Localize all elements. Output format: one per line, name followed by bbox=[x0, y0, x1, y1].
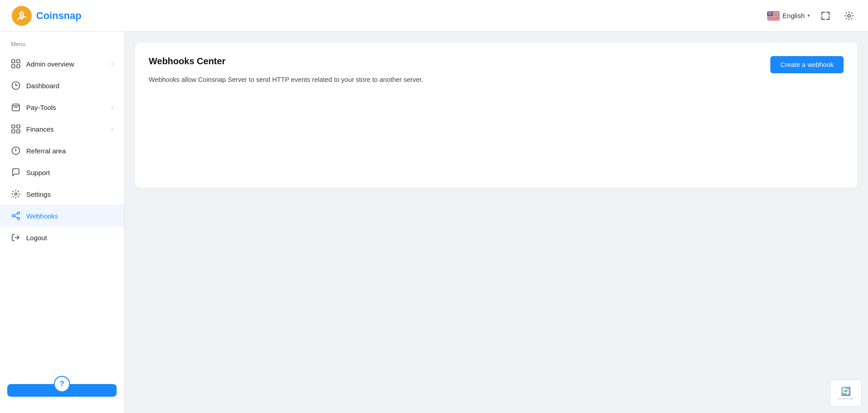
sidebar-item-admin-overview[interactable]: Admin overview › bbox=[0, 53, 124, 75]
help-button[interactable]: ? bbox=[7, 384, 117, 397]
finances-arrow-icon: › bbox=[111, 126, 113, 132]
card-title: Webhooks Center bbox=[149, 56, 423, 66]
svg-rect-36 bbox=[12, 65, 15, 68]
logout-icon bbox=[11, 233, 21, 242]
sidebar-bottom: ? bbox=[0, 377, 124, 404]
coinsnap-logo-icon: ₿ bbox=[11, 5, 33, 27]
svg-point-28 bbox=[768, 14, 768, 15]
svg-point-12 bbox=[769, 11, 770, 12]
settings-header-icon[interactable] bbox=[841, 8, 857, 24]
card-header-row: Webhooks Center Webhooks allow Coinsnap … bbox=[149, 56, 844, 85]
svg-rect-39 bbox=[12, 125, 15, 128]
sidebar-item-logout[interactable]: Logout bbox=[0, 227, 124, 248]
svg-point-33 bbox=[848, 14, 850, 17]
card-description: Webhooks allow Coinsnap Server to send H… bbox=[149, 75, 423, 85]
main-content: Webhooks Center Webhooks allow Coinsnap … bbox=[124, 32, 868, 413]
svg-rect-41 bbox=[12, 130, 15, 133]
svg-text:₿: ₿ bbox=[19, 10, 24, 20]
pay-tools-arrow-icon: › bbox=[111, 104, 113, 110]
sidebar-item-finances-label: Finances bbox=[26, 125, 111, 133]
svg-point-13 bbox=[770, 11, 771, 12]
language-chevron-icon: ▾ bbox=[807, 13, 810, 19]
language-label: English bbox=[783, 12, 805, 19]
logo-area: ₿ Coinsnap bbox=[11, 5, 81, 27]
settings-sidebar-icon bbox=[11, 189, 21, 199]
card-text-area: Webhooks Center Webhooks allow Coinsnap … bbox=[149, 56, 423, 85]
sidebar: Menu Admin overview › bbox=[0, 32, 124, 413]
sidebar-menu-label: Menu bbox=[0, 41, 124, 53]
expand-icon[interactable] bbox=[817, 8, 834, 24]
finances-icon bbox=[11, 124, 21, 134]
sidebar-item-webhooks-label: Webhooks bbox=[26, 212, 113, 220]
pay-tools-icon bbox=[11, 102, 21, 112]
sidebar-item-finances[interactable]: Finances › bbox=[0, 118, 124, 140]
recaptcha-logo: 🔄 bbox=[841, 386, 851, 396]
sidebar-item-logout-label: Logout bbox=[26, 234, 113, 242]
svg-point-29 bbox=[769, 14, 769, 15]
language-selector[interactable]: English ▾ bbox=[767, 11, 810, 20]
logo-text: Coinsnap bbox=[36, 10, 81, 22]
svg-point-23 bbox=[771, 13, 772, 14]
dashboard-icon bbox=[11, 81, 21, 90]
sidebar-item-settings[interactable]: Settings bbox=[0, 183, 124, 205]
svg-point-45 bbox=[15, 193, 17, 195]
recaptcha-badge: 🔄 reCAPTCHA bbox=[830, 380, 862, 407]
sidebar-item-admin-overview-label: Admin overview bbox=[26, 60, 111, 68]
svg-point-18 bbox=[771, 12, 771, 13]
sidebar-item-support[interactable]: Support bbox=[0, 161, 124, 183]
svg-rect-34 bbox=[12, 60, 15, 63]
sidebar-item-settings-label: Settings bbox=[26, 190, 113, 198]
svg-point-24 bbox=[768, 14, 769, 14]
referral-area-icon bbox=[11, 146, 21, 156]
support-icon bbox=[11, 167, 21, 177]
svg-point-22 bbox=[770, 13, 771, 14]
svg-point-25 bbox=[769, 14, 769, 14]
help-circle-icon: ? bbox=[54, 376, 70, 392]
svg-point-27 bbox=[771, 14, 771, 14]
webhooks-card: Webhooks Center Webhooks allow Coinsnap … bbox=[135, 43, 857, 187]
svg-rect-6 bbox=[767, 16, 780, 17]
sidebar-item-pay-tools[interactable]: Pay-Tools › bbox=[0, 96, 124, 118]
svg-point-21 bbox=[769, 13, 770, 14]
webhooks-icon bbox=[11, 211, 21, 221]
svg-rect-42 bbox=[17, 130, 20, 133]
svg-point-15 bbox=[768, 12, 769, 13]
svg-point-32 bbox=[771, 14, 772, 15]
svg-point-11 bbox=[769, 11, 769, 12]
main-layout: Menu Admin overview › bbox=[0, 32, 868, 413]
svg-point-44 bbox=[15, 150, 16, 151]
svg-rect-35 bbox=[17, 60, 20, 63]
create-webhook-button[interactable]: Create a webhook bbox=[770, 56, 844, 73]
sidebar-item-dashboard-label: Dashboard bbox=[26, 82, 113, 90]
svg-point-10 bbox=[768, 11, 768, 12]
sidebar-item-support-label: Support bbox=[26, 169, 113, 176]
svg-point-47 bbox=[12, 215, 14, 217]
svg-point-20 bbox=[769, 13, 769, 14]
sidebar-item-referral-area-label: Referral area bbox=[26, 147, 113, 155]
sidebar-item-dashboard[interactable]: Dashboard bbox=[0, 75, 124, 96]
svg-point-31 bbox=[770, 14, 771, 15]
flag-icon bbox=[767, 11, 780, 20]
svg-rect-40 bbox=[17, 125, 20, 128]
sidebar-item-webhooks[interactable]: Webhooks bbox=[0, 205, 124, 227]
svg-rect-37 bbox=[17, 65, 20, 68]
admin-overview-icon bbox=[11, 59, 21, 69]
svg-point-16 bbox=[769, 12, 769, 13]
svg-point-17 bbox=[770, 12, 770, 13]
svg-point-30 bbox=[769, 14, 770, 15]
svg-point-19 bbox=[768, 13, 768, 14]
svg-rect-8 bbox=[767, 19, 780, 19]
app-header: ₿ Coinsnap bbox=[0, 0, 868, 32]
svg-point-26 bbox=[770, 14, 770, 14]
sidebar-item-referral-area[interactable]: Referral area bbox=[0, 140, 124, 161]
svg-rect-7 bbox=[767, 17, 780, 18]
recaptcha-text: reCAPTCHA bbox=[838, 397, 854, 400]
admin-overview-arrow-icon: › bbox=[111, 61, 113, 67]
sidebar-item-pay-tools-label: Pay-Tools bbox=[26, 104, 111, 111]
header-right: English ▾ bbox=[767, 8, 857, 24]
svg-point-14 bbox=[771, 11, 772, 12]
